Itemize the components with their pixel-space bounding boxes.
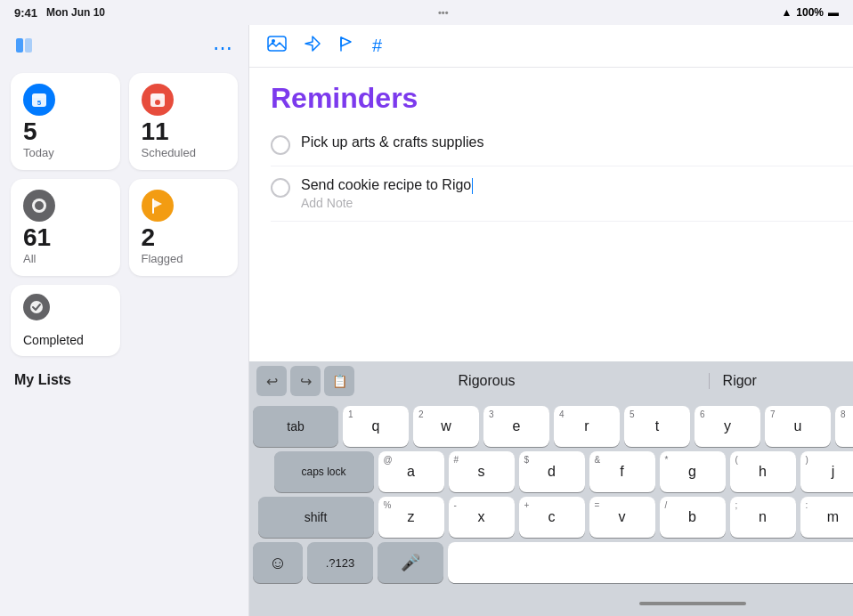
reminder-text-group-2: Send cookie recipe to Rigo Add Note [301, 177, 853, 210]
key-e[interactable]: 3e [483, 406, 549, 447]
text-cursor [472, 178, 473, 194]
scheduled-label: Scheduled [142, 146, 226, 159]
key-x[interactable]: -x [449, 497, 515, 538]
my-lists-label: My Lists [11, 365, 238, 392]
key-y[interactable]: 6y [695, 406, 760, 447]
completed-label: Completed [23, 333, 108, 347]
emoji-key[interactable]: ☺ [253, 542, 303, 583]
capslock-key[interactable]: caps lock [274, 451, 374, 492]
key-c[interactable]: +c [519, 497, 585, 538]
today-label: Today [23, 146, 108, 159]
microphone-key[interactable]: 🎤 [378, 542, 443, 583]
key-v[interactable]: =v [589, 497, 655, 538]
key-w[interactable]: 2w [413, 406, 479, 447]
scheduled-count: 11 [142, 119, 226, 144]
numbers-key-left[interactable]: .?123 [307, 542, 373, 583]
key-b[interactable]: /b [660, 497, 726, 538]
key-n[interactable]: ;n [730, 497, 796, 538]
status-bar: 9:41 Mon Jun 10 ••• ▲ 100% ▬ [0, 0, 853, 25]
scheduled-icon [142, 84, 174, 116]
reminder-checkbox-2[interactable] [271, 178, 290, 198]
smart-list-completed[interactable]: Completed [11, 285, 120, 356]
status-time: 9:41 [14, 6, 37, 20]
tab-key[interactable]: tab [253, 406, 338, 447]
all-icon [23, 190, 55, 222]
status-bar-left: 9:41 Mon Jun 10 [14, 6, 105, 20]
key-z[interactable]: %z [378, 497, 444, 538]
key-r[interactable]: 4r [554, 406, 620, 447]
key-g[interactable]: *g [660, 451, 726, 492]
key-h[interactable]: (h [730, 451, 796, 492]
autocorrect-suggestions: Rigorous Rigor Rigorously [354, 368, 853, 394]
svg-rect-1 [25, 38, 32, 53]
suggestion-1[interactable]: Rigorous [444, 368, 530, 394]
sidebar-header: ⋯ [11, 36, 238, 61]
sidebar: ⋯ 5 5 Today [0, 25, 249, 616]
svg-rect-3 [32, 93, 46, 98]
svg-text:5: 5 [37, 99, 42, 107]
keyboard-row-2: caps lock @a #s $d &f *g (h )j "k l retu… [253, 451, 853, 492]
reminder-text-group-1: Pick up arts & crafts supplies [301, 134, 853, 150]
suggestion-2[interactable]: Rigor [709, 368, 771, 394]
space-key[interactable] [448, 542, 853, 583]
redo-icon[interactable]: ↪ [290, 366, 321, 396]
image-icon[interactable] [267, 36, 287, 56]
reminder-text-1: Pick up arts & crafts supplies [301, 134, 853, 150]
wifi-icon: ▲ [781, 6, 792, 19]
key-m[interactable]: :m [800, 497, 854, 538]
reminder-item-1: Pick up arts & crafts supplies [271, 124, 853, 166]
paste-icon[interactable]: 📋 [324, 366, 354, 396]
reminders-title: Reminders [249, 68, 853, 124]
smart-list-all[interactable]: 61 All [11, 179, 120, 276]
reminder-note-2[interactable]: Add Note [301, 196, 853, 210]
flagged-count: 2 [142, 225, 226, 250]
autocorrect-left: ↩ ↪ 📋 [249, 366, 354, 396]
toolbar: # ⋯ Done [249, 25, 853, 68]
reminder-checkbox-1[interactable] [271, 135, 290, 155]
main-content: # ⋯ Done Reminders [249, 25, 853, 616]
key-a[interactable]: @a [378, 451, 444, 492]
svg-rect-6 [150, 93, 165, 98]
hash-icon[interactable]: # [372, 36, 382, 56]
today-icon: 5 [23, 84, 55, 116]
app-container: ⋯ 5 5 Today [0, 25, 853, 616]
key-q[interactable]: 1q [343, 406, 409, 447]
undo-icon[interactable]: ↩ [256, 366, 287, 396]
status-bar-right: ▲ 100% ▬ [781, 6, 839, 19]
flagged-icon [142, 190, 174, 222]
smart-list-scheduled[interactable]: 11 Scheduled [129, 73, 239, 170]
autocorrect-bar: ↩ ↪ 📋 Rigorous Rigor Rigorously [249, 361, 853, 401]
toolbar-left-icons: # [267, 36, 382, 56]
content-spacer [249, 243, 853, 362]
key-t[interactable]: 5t [624, 406, 690, 447]
key-i[interactable]: 8i [835, 406, 853, 447]
svg-point-7 [155, 100, 160, 105]
keyboard: tab 1q 2w 3e 4r 5t 6y 7u 8i 9o 0p delete… [249, 401, 853, 591]
battery-label: 100% [796, 6, 824, 19]
battery-icon: ▬ [828, 6, 839, 19]
key-f[interactable]: &f [589, 451, 655, 492]
flagged-label: Flagged [142, 252, 226, 265]
sidebar-menu-icon[interactable] [14, 36, 34, 61]
today-count: 5 [23, 119, 108, 144]
smart-list-today[interactable]: 5 5 Today [11, 73, 120, 170]
status-date: Mon Jun 10 [46, 6, 105, 19]
flag-icon[interactable] [338, 36, 354, 56]
keyboard-row-1: tab 1q 2w 3e 4r 5t 6y 7u 8i 9o 0p delete [253, 406, 853, 447]
location-icon[interactable] [305, 36, 321, 56]
key-d[interactable]: $d [519, 451, 585, 492]
svg-rect-0 [16, 38, 23, 53]
key-j[interactable]: )j [800, 451, 854, 492]
smart-list-flagged[interactable]: 2 Flagged [129, 179, 239, 276]
key-s[interactable]: #s [449, 451, 515, 492]
sidebar-smart-lists-grid: 5 5 Today 11 [11, 73, 238, 276]
sidebar-more-icon[interactable]: ⋯ [213, 36, 234, 60]
key-u[interactable]: 7u [765, 406, 831, 447]
completed-row: Completed [11, 285, 238, 356]
left-shift-key[interactable]: shift [258, 497, 374, 538]
empty-slot [129, 285, 239, 356]
keyboard-row-3: shift %z -x +c =v /b ;n :m !, ?. shift [253, 497, 853, 538]
keyboard-row-bottom: ☺ .?123 🎤 .?123 ⌨ [253, 542, 853, 583]
status-ellipsis: ••• [438, 7, 449, 18]
bottom-bar [249, 591, 853, 616]
